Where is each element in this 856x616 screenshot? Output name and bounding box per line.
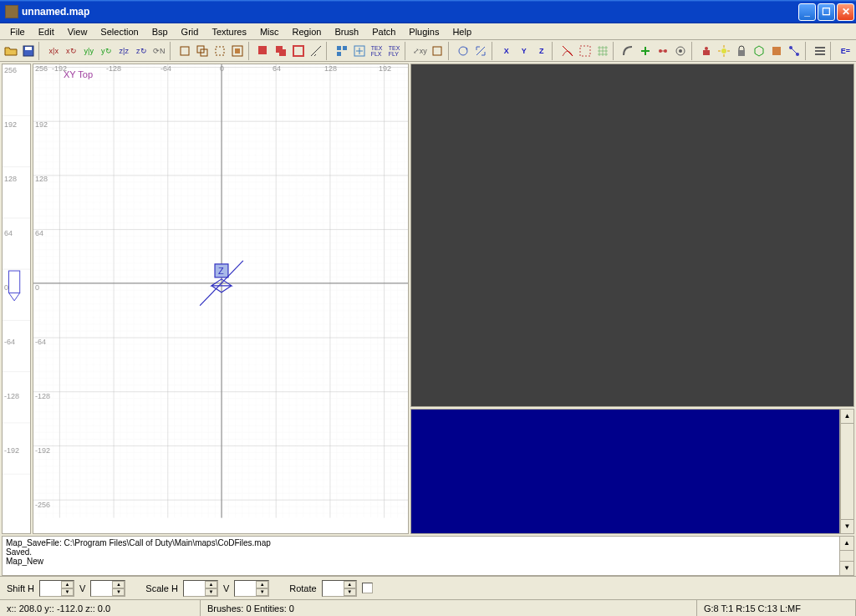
close-button[interactable]: ✕ [837,3,854,21]
svg-point-24 [705,47,708,50]
spin-up-icon[interactable]: ▲ [61,581,74,588]
tex-flip-x-icon[interactable]: TEXFLX [368,42,385,60]
rotate-y-icon[interactable]: y↻ [98,42,115,60]
console[interactable]: Map_SaveFile: C:\Program Files\Call of D… [2,536,854,576]
flip-z-icon[interactable]: z|z [115,42,133,60]
scale-v-input[interactable] [235,581,256,596]
shift-h-spinner[interactable]: ▲▼ [39,580,74,597]
spin-down-icon[interactable]: ▼ [256,588,268,596]
menu-view[interactable]: View [61,25,94,38]
rotate-spinner[interactable]: ▲▼ [322,580,357,597]
spin-up-icon[interactable]: ▲ [256,581,268,588]
svg-rect-42 [9,271,20,293]
scale-h-spinner[interactable]: ▲▼ [183,580,218,597]
csg-merge-icon[interactable] [272,42,289,60]
rotate-x-icon[interactable]: x↻ [63,42,80,60]
x-tick: 64 [273,64,281,73]
console-scrollbar[interactable]: ▲ ▼ [839,537,853,575]
menu-region[interactable]: Region [286,25,329,38]
show-clip-icon[interactable] [768,42,786,60]
tex-flip-y-icon[interactable]: TEXFLY [385,42,403,60]
menu-textures[interactable]: Textures [205,25,253,38]
svg-rect-5 [216,47,224,55]
select-touching-icon[interactable] [194,42,211,60]
open-button[interactable] [2,42,19,60]
menu-misc[interactable]: Misc [253,25,286,38]
scale-v-spinner[interactable]: ▲▼ [234,580,269,597]
show-light-icon[interactable] [716,42,733,60]
show-entities-icon[interactable] [698,42,716,60]
lock-x-icon[interactable]: X [497,42,515,60]
shift-v-spinner[interactable]: ▲▼ [90,580,125,597]
menu-plugins[interactable]: Plugins [402,25,446,38]
select-partial-icon[interactable] [211,42,229,60]
texture-view-icon[interactable] [333,42,350,60]
show-models-icon[interactable] [751,42,768,60]
lock-texture-icon[interactable] [733,42,751,60]
lock-z-icon[interactable]: Z [532,42,550,60]
xy-grid-view[interactable]: Z XY Top -192 -128 -64 0 64 128 192 256 … [33,64,409,534]
select-complete-icon[interactable] [176,42,194,60]
scroll-up-icon[interactable]: ▲ [840,537,853,551]
free-rotate-icon[interactable] [455,42,472,60]
scroll-up-icon[interactable]: ▲ [841,410,853,424]
rotate-checkbox[interactable] [362,583,373,593]
shift-v-input[interactable] [91,581,112,596]
rotate-input[interactable] [323,581,344,596]
cycle-view-icon[interactable]: ⟳N [150,42,168,60]
flip-x-icon[interactable]: x|x [45,42,63,60]
free-scale-icon[interactable] [472,42,490,60]
patch-weld-icon[interactable] [655,42,672,60]
clipper-icon[interactable] [307,42,324,60]
show-paths-icon[interactable] [786,42,803,60]
spin-down-icon[interactable]: ▼ [61,588,74,596]
patch-drill-icon[interactable] [672,42,690,60]
spin-up-icon[interactable]: ▲ [205,581,217,588]
menu-bsp[interactable]: Bsp [145,25,175,38]
cubic-clip-icon[interactable] [429,42,446,60]
texture-fit-icon[interactable] [350,42,368,60]
menu-help[interactable]: Help [446,25,478,38]
camera-view[interactable] [410,64,854,407]
patch-wireframe-icon[interactable] [594,42,611,60]
flip-y-icon[interactable]: y|y [80,42,98,60]
menu-brush[interactable]: Brush [328,25,365,38]
svg-point-25 [721,48,726,53]
spin-down-icon[interactable]: ▼ [112,588,125,596]
spin-down-icon[interactable]: ▼ [205,588,217,596]
z-view[interactable]: 256 192 128 64 0 -64 -128 -192 [2,64,31,534]
save-button[interactable] [19,42,37,60]
menu-edit[interactable]: Edit [32,25,61,38]
app-icon [5,5,18,18]
spin-up-icon[interactable]: ▲ [344,581,356,588]
texture-browser[interactable] [410,409,840,534]
dont-select-curve-icon[interactable] [558,42,576,60]
minimize-button[interactable]: _ [798,3,816,21]
rotate-z-icon[interactable]: z↻ [133,42,150,60]
menu-file[interactable]: File [3,25,32,38]
entity-info-icon[interactable]: E= [837,42,854,60]
spin-down-icon[interactable]: ▼ [344,588,356,596]
patch-insert-icon[interactable] [637,42,655,60]
texture-scrollbar[interactable]: ▲ ▼ [840,409,854,534]
scroll-down-icon[interactable]: ▼ [841,519,853,533]
menu-grid[interactable]: Grid [175,25,206,38]
change-view-icon[interactable]: ⤢xy [411,42,429,60]
maximize-button[interactable]: ☐ [818,3,835,21]
shift-h-input[interactable] [40,581,61,596]
csg-subtract-icon[interactable] [254,42,272,60]
spin-up-icon[interactable]: ▲ [112,581,125,588]
select-inside-icon[interactable] [229,42,247,60]
patch-bend-icon[interactable] [619,42,637,60]
hollow-icon[interactable] [289,42,307,60]
scale-h-input[interactable] [184,581,205,596]
menu-selection[interactable]: Selection [94,25,145,38]
show-patch-bb-icon[interactable] [576,42,594,60]
y-tick: 192 [35,120,48,129]
scale-h-label: Scale H [145,583,178,593]
lock-y-icon[interactable]: Y [515,42,532,60]
menu-patch[interactable]: Patch [365,25,402,38]
scroll-down-icon[interactable]: ▼ [840,561,853,575]
y-tick: -256 [35,501,50,509]
entity-list-icon[interactable] [811,42,828,60]
